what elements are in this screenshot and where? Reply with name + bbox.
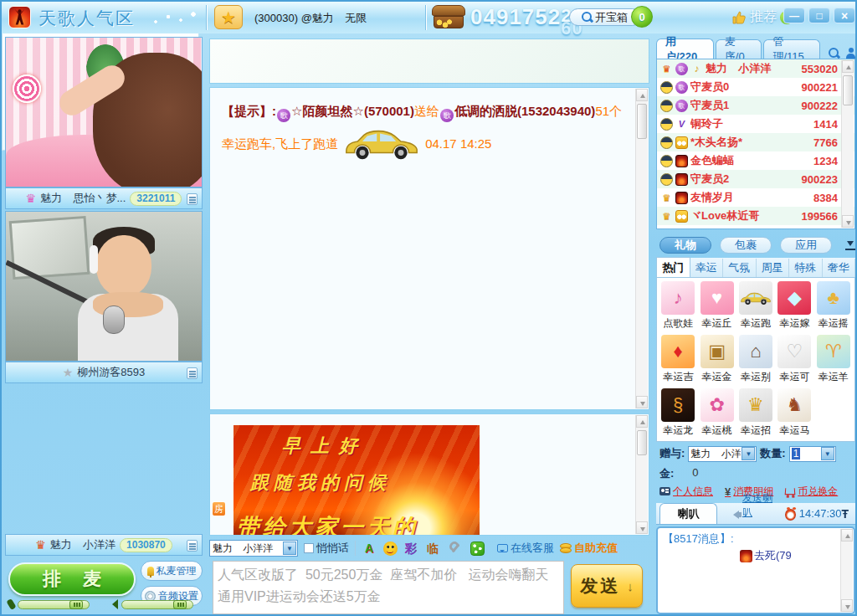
scroll-down-arrow[interactable] [842, 215, 854, 228]
chat-input[interactable] [213, 561, 564, 614]
gift-category-tab[interactable]: 气氛 [723, 259, 757, 277]
chest-count-badge[interactable]: 0 [631, 6, 653, 28]
gift-item[interactable]: ♦幸运吉 [659, 335, 697, 387]
download-icon[interactable] [845, 240, 855, 250]
rainbow-text-icon[interactable] [405, 542, 419, 556]
slider-handle[interactable] [69, 600, 83, 609]
send-options-arrow-icon[interactable]: ↓ [627, 579, 634, 593]
scroll-thumb[interactable] [843, 75, 853, 105]
chevron-down-icon[interactable]: ▼ [283, 542, 296, 555]
scroll-down-arrow[interactable] [636, 521, 648, 534]
gift-item[interactable]: ▣幸运金 [697, 335, 736, 387]
user-row[interactable]: 歌守麦员0900221 [657, 78, 854, 96]
checkbox-icon[interactable] [304, 543, 314, 553]
gift-category-tab[interactable]: 幸运 [690, 259, 724, 277]
user-row[interactable]: ♛歌♪魅力ゞ小洋洋553020 [657, 59, 854, 78]
send-button[interactable]: 发送 ↓ [571, 564, 643, 608]
gift-item[interactable]: ✿幸运桃 [697, 388, 736, 440]
chat-scrollbar[interactable] [635, 89, 648, 408]
币兑换金-link[interactable]: 币兑换金 [785, 485, 838, 499]
user-row[interactable]: ♛林大少爷888818 [657, 225, 854, 229]
user-panel-tab[interactable]: 管理/115 [763, 39, 820, 59]
identity-select[interactable]: 魅力ゞ小洋洋 ▼ [209, 540, 298, 557]
scroll-down-arrow[interactable] [636, 396, 648, 408]
gift-item[interactable]: §幸运龙 [659, 388, 697, 440]
个人信息-link[interactable]: 个人信息 [659, 485, 713, 499]
user-row[interactable]: 守麦员2900223 [657, 170, 854, 188]
media-scrollbar[interactable] [635, 415, 648, 534]
broadcast-entry[interactable]: 去死(79 [740, 548, 792, 563]
scroll-thumb[interactable] [637, 430, 647, 455]
emoticon-icon[interactable] [383, 542, 398, 556]
gift-item[interactable]: ♡幸运可 [775, 335, 813, 387]
user-row[interactable]: ♛友情岁月8384 [657, 188, 854, 207]
video-feed-2[interactable] [5, 211, 203, 362]
search-icon[interactable] [829, 48, 839, 59]
online-service-link[interactable]: 在线客服 [497, 541, 554, 556]
gift-item[interactable]: ♞幸运马 [775, 388, 813, 440]
chevron-down-icon[interactable]: ▼ [742, 447, 755, 460]
gift-category-tab[interactable]: 热门 [656, 257, 690, 277]
channel-list-icon[interactable] [187, 367, 198, 379]
scroll-up-arrow[interactable] [841, 529, 853, 542]
gift-item[interactable]: ◆幸运嫁 [775, 281, 813, 333]
scroll-thumb[interactable] [637, 104, 647, 139]
private-mic-button[interactable]: 私麦管理 [141, 561, 203, 581]
tools-icon[interactable] [449, 542, 463, 556]
user-panel-tab[interactable]: 麦序/0 [716, 39, 762, 59]
mic-volume-slider[interactable] [18, 600, 90, 609]
scroll-down-arrow[interactable] [841, 599, 853, 612]
user-row[interactable]: *木头名扬*7766 [657, 133, 854, 151]
gift-tab[interactable]: 礼物 [659, 237, 711, 254]
sender-name[interactable]: ☆陌颜坦然☆(570001) [291, 104, 414, 118]
send-horn-link[interactable]: 发送喇叭 [742, 491, 780, 520]
gift-item[interactable]: ♪点歌娃 [659, 281, 697, 333]
gift-item[interactable]: ♛幸运招 [736, 388, 775, 440]
scroll-up-arrow[interactable] [636, 89, 648, 101]
channel-list-icon[interactable] [187, 193, 198, 205]
gift-category-tab[interactable]: 周星 [757, 259, 790, 277]
user-row[interactable]: 歌守麦员1900222 [657, 96, 854, 115]
gift-item[interactable]: ♈幸运羊 [814, 335, 853, 387]
user-row[interactable]: V铜玲子1414 [657, 115, 854, 133]
person-icon[interactable] [845, 48, 855, 59]
user-row[interactable]: ♛ヾLove林近哥ゞ199566 [657, 207, 854, 225]
broadcast-scrollbar[interactable] [840, 529, 853, 612]
close-button[interactable]: × [834, 8, 855, 23]
scroll-up-arrow[interactable] [842, 60, 854, 73]
minimize-button[interactable]: — [783, 8, 805, 23]
recharge-link[interactable]: 自助充值 [560, 541, 618, 556]
speaker-volume-slider[interactable] [121, 600, 193, 609]
gift-category-tab[interactable]: 特殊 [789, 259, 823, 277]
user-id: 199566 [802, 210, 838, 223]
quantity-select[interactable]: 1 ▼ [789, 446, 836, 462]
gift-category-tab[interactable]: 奢华 [823, 259, 856, 277]
gift-item[interactable]: 幸运跑 [736, 281, 775, 333]
chat-message-panel[interactable]: 【提示】:歌☆陌颜坦然☆(570001)送给歌低调的洒脱(1532043940)… [209, 87, 649, 410]
whisper-checkbox[interactable]: 悄悄话 [304, 541, 349, 556]
font-style-icon[interactable] [362, 542, 376, 556]
gift-item[interactable]: ⌂幸运别 [736, 335, 775, 387]
horn-tab[interactable]: 喇叭 [659, 503, 717, 524]
mic-queue-button[interactable]: 排 麦 [8, 562, 136, 596]
channel-list-icon[interactable] [187, 540, 198, 552]
dice-icon[interactable] [470, 542, 485, 556]
receiver-name[interactable]: 低调的洒脱(1532043940) [454, 104, 595, 118]
pin-icon[interactable]: Ŧ [841, 507, 855, 521]
room-badge[interactable]: 房 [212, 501, 226, 516]
userlist-scrollbar[interactable] [841, 60, 854, 228]
video-feed-1[interactable] [5, 37, 203, 187]
chevron-down-icon[interactable]: ▼ [821, 447, 834, 460]
gift-item[interactable]: ♥幸运丘 [697, 281, 736, 333]
user-row[interactable]: 金色蝙蝠1234 [657, 151, 854, 170]
gift-tab[interactable]: 应用 [780, 237, 832, 254]
slider-handle[interactable] [173, 600, 187, 609]
brush-text-icon[interactable] [427, 542, 441, 556]
gift-tab[interactable]: 包裹 [720, 237, 772, 254]
media-display-panel[interactable]: 早上好 跟随我的问候 带给大家一天的 房 [209, 413, 649, 536]
gift-item[interactable]: ♣幸运摇 [814, 281, 853, 333]
give-target-select[interactable]: 魅力ゞ小洋洋 ▼ [688, 446, 757, 462]
maximize-button[interactable]: □ [808, 8, 830, 23]
user-panel-tab[interactable]: 用户/220 [656, 38, 714, 59]
scroll-up-arrow[interactable] [636, 415, 648, 428]
